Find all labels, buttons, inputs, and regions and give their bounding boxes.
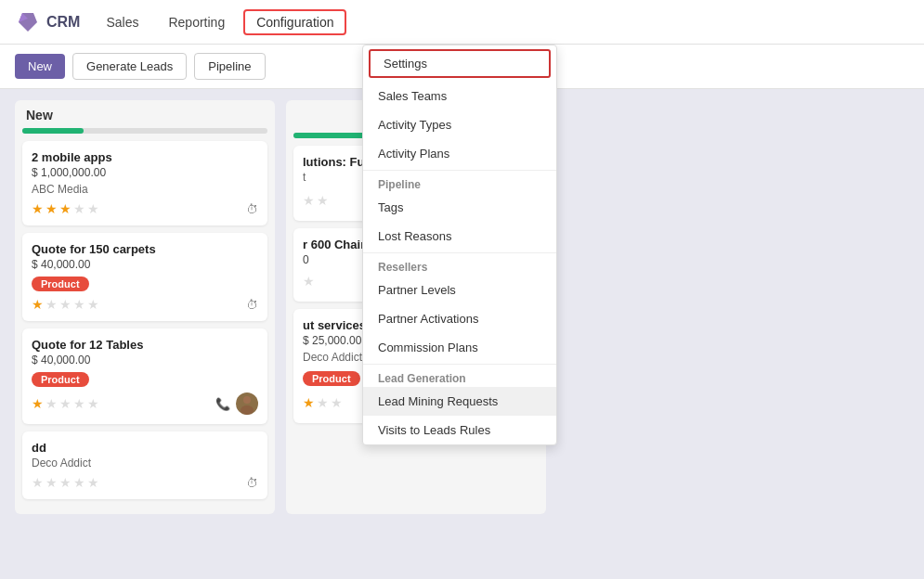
svg-point-2	[243, 396, 251, 404]
pipeline-button[interactable]: Pipeline	[194, 53, 265, 80]
star-4: ★	[73, 297, 85, 312]
star-3: ★	[59, 475, 72, 490]
menu-item-tags[interactable]: Tags	[363, 193, 556, 222]
crm-logo-icon	[15, 9, 41, 35]
star-5: ★	[87, 201, 99, 216]
card-amount: $ 40,000.00	[32, 258, 258, 271]
kanban-col-new: New 2 mobile apps $ 1,000,000.00 ABC Med…	[15, 100, 275, 514]
menu-item-partner-levels[interactable]: Partner Levels	[363, 276, 556, 304]
card-stars: ★ ★	[303, 193, 329, 208]
menu-section-pipeline: Pipeline	[363, 173, 556, 193]
top-navigation: CRM Sales Reporting Configuration	[0, 0, 924, 45]
menu-section-resellers: Resellers	[363, 255, 556, 276]
logo-area: CRM	[15, 9, 80, 35]
product-badge: Product	[32, 372, 89, 387]
card-title: 2 mobile apps	[32, 150, 258, 164]
star-5: ★	[87, 297, 99, 312]
menu-item-lead-mining-requests[interactable]: Lead Mining Requests	[363, 387, 556, 416]
product-badge: Product	[303, 371, 360, 386]
kanban-card[interactable]: Quote for 12 Tables $ 40,000.00 Product …	[22, 328, 267, 424]
star-3: ★	[59, 396, 72, 411]
menu-section-lead-generation: Lead Generation	[363, 367, 556, 387]
star-5: ★	[87, 396, 99, 411]
card-sub: Deco Addict	[32, 457, 258, 470]
card-stars: ★ ★ ★	[303, 395, 343, 410]
menu-item-sales-teams[interactable]: Sales Teams	[363, 82, 556, 110]
nav-configuration[interactable]: Configuration	[243, 9, 346, 35]
star-3: ★	[331, 395, 343, 410]
card-stars: ★ ★ ★ ★ ★	[32, 297, 99, 312]
menu-item-activity-types[interactable]: Activity Types	[363, 110, 556, 139]
menu-divider	[363, 364, 556, 365]
star-1: ★	[303, 193, 315, 208]
configuration-dropdown-menu: Settings Sales Teams Activity Types Acti…	[362, 45, 557, 445]
card-amount: $ 1,000,000.00	[32, 166, 258, 179]
star-1: ★	[32, 297, 44, 312]
card-stars: ★ ★ ★ ★ ★	[32, 201, 99, 216]
star-1: ★	[303, 395, 315, 410]
card-icons: ⏱	[246, 298, 258, 312]
star-2: ★	[46, 475, 58, 490]
card-title: dd	[32, 441, 258, 455]
star-1: ★	[32, 475, 44, 490]
menu-item-partner-activations[interactable]: Partner Activations	[363, 304, 556, 333]
star-4: ★	[73, 396, 85, 411]
star-1: ★	[32, 396, 44, 411]
product-badge: Product	[32, 277, 89, 291]
menu-divider	[363, 252, 556, 253]
menu-divider	[363, 170, 556, 171]
card-stars: ★ ★ ★ ★ ★	[32, 475, 99, 490]
avatar	[236, 392, 258, 415]
star-2: ★	[317, 395, 329, 410]
menu-item-commission-plans[interactable]: Commission Plans	[363, 333, 556, 362]
card-footer: ★ ★ ★ ★ ★ ⏱	[32, 201, 258, 216]
col1-title: New	[26, 108, 53, 122]
generate-leads-button[interactable]: Generate Leads	[72, 53, 187, 80]
star-2: ★	[46, 396, 58, 411]
kanban-card[interactable]: Quote for 150 carpets $ 40,000.00 Produc…	[22, 233, 267, 321]
card-title: Quote for 12 Tables	[32, 338, 258, 352]
card-title: Quote for 150 carpets	[32, 242, 258, 256]
card-footer: ★ ★ ★ ★ ★ ⏱	[32, 297, 258, 312]
star-4: ★	[73, 201, 85, 216]
menu-item-activity-plans[interactable]: Activity Plans	[363, 139, 556, 168]
card-amount: $ 40,000.00	[32, 354, 258, 367]
menu-item-visits-to-leads-rules[interactable]: Visits to Leads Rules	[363, 416, 556, 444]
menu-item-lost-reasons[interactable]: Lost Reasons	[363, 222, 556, 251]
card-sub: ABC Media	[32, 183, 258, 196]
star-2: ★	[317, 193, 329, 208]
card-stars: ★ ★ ★ ★ ★	[32, 396, 99, 411]
star-1: ★	[32, 201, 44, 216]
star-2: ★	[46, 297, 58, 312]
menu-item-settings[interactable]: Settings	[369, 49, 551, 78]
card-icons: 📞	[215, 392, 258, 415]
card-icons: ⏱	[246, 202, 258, 216]
star-2: ★	[46, 201, 58, 216]
col1-progress-fill	[22, 128, 84, 134]
clock-icon: ⏱	[246, 298, 258, 312]
clock-icon: ⏱	[246, 476, 258, 490]
svg-point-3	[241, 405, 254, 415]
card-stars: ★	[303, 274, 315, 289]
clock-icon: ⏱	[246, 202, 258, 216]
card-icons: ⏱	[246, 476, 258, 490]
star-5: ★	[87, 475, 99, 490]
settings-menu-wrapper: Settings	[363, 45, 556, 82]
star-3: ★	[59, 201, 72, 216]
phone-icon: 📞	[215, 397, 230, 411]
col1-progress-bar	[22, 128, 267, 134]
star-1: ★	[303, 274, 315, 289]
kanban-card[interactable]: dd Deco Addict ★ ★ ★ ★ ★ ⏱	[22, 431, 267, 499]
star-4: ★	[73, 475, 85, 490]
col1-header: New	[22, 108, 267, 122]
kanban-card[interactable]: 2 mobile apps $ 1,000,000.00 ABC Media ★…	[22, 141, 267, 225]
nav-reporting[interactable]: Reporting	[157, 11, 236, 33]
nav-sales[interactable]: Sales	[95, 11, 150, 33]
logo-text: CRM	[46, 14, 80, 31]
star-3: ★	[59, 297, 72, 312]
card-footer: ★ ★ ★ ★ ★ 📞	[32, 392, 258, 415]
card-footer: ★ ★ ★ ★ ★ ⏱	[32, 475, 258, 490]
new-button[interactable]: New	[15, 54, 65, 79]
